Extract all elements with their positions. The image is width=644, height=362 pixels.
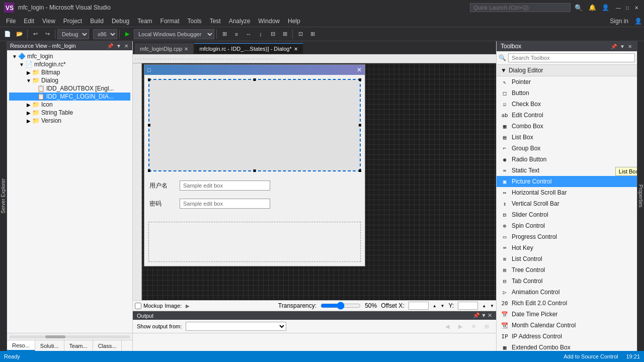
offset-y-spin-up[interactable]: ▲ xyxy=(482,304,486,308)
tree-icon[interactable]: ▶ 📁 Icon xyxy=(9,101,130,109)
tab-solution[interactable]: Soluti... xyxy=(35,340,64,351)
tab-dialog-close[interactable]: ✕ xyxy=(294,46,298,52)
offset-x-spin-down[interactable]: ▼ xyxy=(441,304,445,308)
toolbox-item-list-control[interactable]: ≡List Control xyxy=(497,253,637,264)
tab-dialog[interactable]: mfclogin.rc - IDD_....States)] - Dialog*… xyxy=(194,43,302,54)
quick-launch-input[interactable] xyxy=(470,3,571,12)
output-btn-2[interactable]: ▶ xyxy=(455,321,466,332)
toolbox-item-check-box[interactable]: ☑Check Box xyxy=(497,99,637,110)
dialog-window[interactable]: □ ✕ xyxy=(144,64,365,266)
output-pin[interactable]: 📌 xyxy=(473,312,480,319)
menu-tools[interactable]: Tools xyxy=(184,17,206,26)
tree-idd-aboutbox[interactable]: 📋 IDD_ABOUTBOX [Engl... xyxy=(9,84,130,93)
toolbar-btn-2[interactable]: ≡ xyxy=(231,29,242,40)
username-input[interactable] xyxy=(180,180,270,191)
tree-idd-mfc-login[interactable]: 📋 IDD_MFC_LOGIN_DIA... xyxy=(9,93,130,101)
menu-file[interactable]: File xyxy=(2,17,20,26)
mockup-checkbox[interactable] xyxy=(135,303,141,309)
search-icon[interactable]: 🔍 xyxy=(575,4,583,12)
toolbox-item-spin-control[interactable]: ⊕Spin Control xyxy=(497,220,637,231)
tree-dialog[interactable]: ▼ 📁 Dialog xyxy=(9,76,130,84)
close-button[interactable]: ✕ xyxy=(633,4,640,11)
resource-panel-menu[interactable]: ▼ xyxy=(115,43,122,49)
menu-build[interactable]: Build xyxy=(86,17,108,26)
handle-br[interactable] xyxy=(359,169,361,172)
platform-select[interactable]: x86 xyxy=(93,29,117,39)
toolbox-item-tab-control[interactable]: ⊟Tab Control xyxy=(497,276,637,287)
tree-string-table[interactable]: ▶ 📁 String Table xyxy=(9,109,130,117)
toolbar-layout-1[interactable]: ⊡ xyxy=(295,29,306,40)
start-debug-button[interactable]: ▶ xyxy=(122,29,133,40)
toolbox-item-extended-combo-box[interactable]: ▦Extended Combo Box xyxy=(497,342,637,351)
handle-bottom[interactable] xyxy=(254,169,256,172)
output-source-select[interactable] xyxy=(186,322,286,331)
password-input[interactable] xyxy=(180,199,270,209)
tree-root[interactable]: ▼ 🔷 mfc_login xyxy=(9,52,130,60)
toolbox-item-static-text[interactable]: ≈Static Text xyxy=(497,165,637,176)
editor-content[interactable]: · · · · · · · · · · · · · · · · · · · · … xyxy=(133,54,496,300)
toolbox-item-edit-control[interactable]: abEdit Control xyxy=(497,110,637,121)
dialog-canvas[interactable]: · · · · · · · · · · · · · · · · · · · · … xyxy=(133,54,496,300)
menu-view[interactable]: View xyxy=(38,17,59,26)
output-btn-4[interactable]: ⊞ xyxy=(481,321,492,332)
redo-button[interactable]: ↪ xyxy=(42,29,53,40)
tree-version[interactable]: ▶ 📁 Version xyxy=(9,117,130,125)
toolbox-item-progress-control[interactable]: ▭Progress Control xyxy=(497,231,637,242)
toolbar-btn-4[interactable]: ↕ xyxy=(255,29,266,40)
new-project-button[interactable]: 📄 xyxy=(2,29,13,40)
toolbar-btn-5[interactable]: ⊟ xyxy=(267,29,278,40)
toolbox-item-tree-control[interactable]: ⊞Tree Control xyxy=(497,264,637,276)
toolbox-section-header[interactable]: ▼ Dialog Editor xyxy=(497,65,637,76)
tab-class[interactable]: Class... xyxy=(93,340,122,351)
toolbox-item-picture-control[interactable]: ▣Picture Control xyxy=(497,176,637,187)
toolbox-item-group-box[interactable]: ⌐Group Box xyxy=(497,143,637,154)
menu-team[interactable]: Team xyxy=(133,17,156,26)
menu-help[interactable]: Help xyxy=(284,17,304,26)
debugger-select[interactable]: Local Windows Debugger xyxy=(134,29,214,39)
handle-left[interactable] xyxy=(148,124,150,127)
minimize-button[interactable]: — xyxy=(615,4,622,11)
output-btn-3[interactable]: ✕ xyxy=(468,321,479,332)
output-close[interactable]: ✕ xyxy=(488,312,492,319)
handle-tl[interactable] xyxy=(148,78,150,81)
toolbox-item-ip-address-control[interactable]: IPIP Address Control xyxy=(497,331,637,342)
undo-button[interactable]: ↩ xyxy=(30,29,41,40)
resource-panel-scrollbar[interactable] xyxy=(7,333,132,340)
offset-y-input[interactable]: 0 xyxy=(458,302,478,310)
resource-panel-close[interactable]: ✕ xyxy=(123,43,129,49)
resource-panel-pin[interactable]: 📌 xyxy=(106,43,114,49)
handle-tr[interactable] xyxy=(359,78,361,81)
handle-right[interactable] xyxy=(359,124,361,127)
toolbox-pin[interactable]: 📌 xyxy=(610,44,618,49)
toolbox-item-vertical-scroll-bar[interactable]: ↕Vertical Scroll Bar xyxy=(497,198,637,209)
transparency-slider[interactable] xyxy=(320,302,361,310)
user-account-icon[interactable]: 👤 xyxy=(634,18,642,25)
open-file-button[interactable]: 📂 xyxy=(14,29,25,40)
toolbox-item-radio-button[interactable]: ◉Radio Button xyxy=(497,154,637,165)
toolbox-close[interactable]: ✕ xyxy=(627,44,633,49)
tree-bitmap[interactable]: ▶ 📁 Bitmap xyxy=(9,68,130,76)
toolbar-btn-6[interactable]: ⊞ xyxy=(279,29,290,40)
handle-top[interactable] xyxy=(254,78,256,81)
tree-rc-file[interactable]: ▼ 📄 mfclogin.rc* xyxy=(9,60,130,68)
offset-x-spin-up[interactable]: ▲ xyxy=(433,304,437,308)
output-menu[interactable]: ▼ xyxy=(481,312,487,319)
toolbox-item-horizontal-scroll-bar[interactable]: ↔Horizontal Scroll Bar xyxy=(497,187,637,198)
menu-format[interactable]: Format xyxy=(156,17,184,26)
toolbox-item-slider-control[interactable]: ⊟Slider Control xyxy=(497,209,637,220)
handle-bl[interactable] xyxy=(148,169,150,172)
config-select[interactable]: Debug xyxy=(57,29,89,39)
offset-x-input[interactable]: 0 xyxy=(409,302,429,310)
toolbox-item-hot-key[interactable]: ⌨Hot Key xyxy=(497,242,637,253)
maximize-button[interactable]: □ xyxy=(624,4,631,11)
toolbox-item-button[interactable]: □Button xyxy=(497,87,637,99)
toolbox-item-month-calendar-control[interactable]: 📆Month Calendar Control xyxy=(497,320,637,331)
toolbox-item-list-box[interactable]: ▤List Box xyxy=(497,132,637,143)
menu-debug[interactable]: Debug xyxy=(108,17,133,26)
toolbox-item-date-time-picker[interactable]: 📅Date Time Picker xyxy=(497,309,637,320)
menu-window[interactable]: Window xyxy=(254,17,284,26)
toolbar-btn-3[interactable]: ↔ xyxy=(243,29,254,40)
toolbox-item-pointer[interactable]: ↖Pointer xyxy=(497,76,637,87)
tab-resources[interactable]: Reso... xyxy=(7,340,35,351)
menu-test[interactable]: Test xyxy=(206,17,225,26)
